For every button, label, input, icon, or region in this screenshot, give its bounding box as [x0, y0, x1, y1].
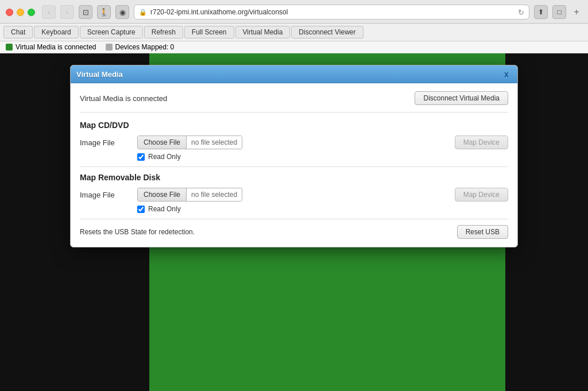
chat-button[interactable]: Chat [3, 26, 33, 38]
cd-dvd-file-name: no file selected [187, 136, 242, 149]
new-tab-tile-button[interactable]: □ [552, 5, 566, 19]
disconnect-virtual-media-button[interactable]: Disconnect Virtual Media [415, 91, 508, 105]
reset-description: Resets the USB State for redetection. [80, 228, 195, 236]
maximize-window-button[interactable] [28, 9, 35, 16]
refresh-button[interactable]: Refresh [144, 26, 183, 38]
main-area: Virtual Media x Virtual Media is connect… [0, 53, 588, 391]
removable-disk-image-label: Image File [80, 191, 137, 199]
extensions-button[interactable]: 🚶 [97, 5, 111, 19]
cd-dvd-map-device-button[interactable]: Map Device [455, 136, 508, 149]
cd-dvd-readonly-row: Read Only [137, 153, 508, 161]
toolbar: Chat Keyboard Screen Capture Refresh Ful… [0, 24, 588, 41]
connection-status-text: Virtual Media is connected [80, 94, 167, 103]
devices-dot [106, 44, 113, 51]
devices-label: Devices Mapped: 0 [115, 43, 175, 51]
removable-disk-map-device-button[interactable]: Map Device [455, 188, 508, 202]
cd-dvd-file-section: Choose File no file selected [137, 136, 242, 149]
address-text: r720-02-ipmi.int.unixathome.org/virtualc… [150, 8, 288, 16]
dialog-close-button[interactable]: x [501, 69, 512, 79]
keyboard-button[interactable]: Keyboard [34, 26, 78, 38]
removable-disk-section: Map Removable Disk Image File Choose Fil… [80, 173, 508, 213]
close-window-button[interactable] [6, 9, 13, 16]
virtual-media-dialog: Virtual Media x Virtual Media is connect… [70, 65, 518, 247]
forward-button[interactable]: › [60, 5, 74, 19]
cd-dvd-readonly-checkbox[interactable] [137, 153, 145, 161]
cd-dvd-image-row: Image File Choose File no file selected … [80, 136, 508, 149]
removable-disk-title: Map Removable Disk [80, 173, 508, 182]
new-tab-button[interactable]: + [571, 6, 582, 18]
reset-usb-button[interactable]: Reset USB [457, 225, 508, 239]
cd-dvd-readonly-label: Read Only [148, 153, 181, 161]
dialog-titlebar: Virtual Media x [71, 65, 517, 83]
removable-disk-readonly-checkbox[interactable] [137, 206, 145, 213]
address-bar[interactable]: 🔒 r720-02-ipmi.int.unixathome.org/virtua… [134, 5, 529, 20]
full-screen-button[interactable]: Full Screen [184, 26, 234, 38]
cd-dvd-image-label: Image File [80, 138, 137, 147]
section-divider-2 [80, 219, 508, 219]
traffic-lights [6, 9, 35, 16]
cd-dvd-choose-file-button[interactable]: Choose File [138, 136, 187, 149]
dialog-body: Virtual Media is connected Disconnect Vi… [71, 83, 517, 247]
connected-label: Virtual Media is connected [16, 43, 96, 51]
devices-status: Devices Mapped: 0 [106, 43, 175, 51]
shield-button[interactable]: ◉ [115, 5, 129, 19]
share-button[interactable]: ⬆ [534, 5, 548, 19]
reload-icon[interactable]: ↻ [518, 8, 524, 17]
removable-disk-image-row: Image File Choose File no file selected … [80, 188, 508, 202]
connected-dot [6, 44, 13, 51]
browser-chrome: ‹ › ⊡ 🚶 ◉ 🔒 r720-02-ipmi.int.unixathome.… [0, 0, 588, 24]
connected-status: Virtual Media is connected [6, 43, 96, 51]
reset-row: Resets the USB State for redetection. Re… [80, 225, 508, 239]
cd-dvd-section: Map CD/DVD Image File Choose File no fil… [80, 121, 508, 161]
lock-icon: 🔒 [139, 9, 147, 16]
removable-disk-readonly-label: Read Only [148, 205, 181, 213]
cd-dvd-title: Map CD/DVD [80, 121, 508, 130]
removable-disk-file-name: no file selected [187, 188, 242, 201]
removable-disk-file-input-group: Choose File no file selected [137, 188, 242, 202]
minimize-window-button[interactable] [17, 9, 24, 16]
dialog-overlay: Virtual Media x Virtual Media is connect… [0, 53, 588, 391]
status-bar: Virtual Media is connected Devices Mappe… [0, 41, 588, 53]
removable-disk-file-section: Choose File no file selected [137, 188, 242, 202]
back-button[interactable]: ‹ [42, 5, 56, 19]
section-divider-1 [80, 167, 508, 167]
removable-disk-readonly-row: Read Only [137, 205, 508, 213]
removable-disk-choose-file-button[interactable]: Choose File [138, 188, 187, 201]
disconnect-viewer-button[interactable]: Disconnect Viewer [291, 26, 363, 38]
connection-row: Virtual Media is connected Disconnect Vi… [80, 91, 508, 113]
cd-dvd-file-input-group: Choose File no file selected [137, 136, 242, 149]
screen-capture-button[interactable]: Screen Capture [80, 26, 143, 38]
dialog-title: Virtual Media [76, 70, 123, 79]
tab-switcher-button[interactable]: ⊡ [79, 5, 92, 19]
virtual-media-button[interactable]: Virtual Media [235, 26, 291, 38]
